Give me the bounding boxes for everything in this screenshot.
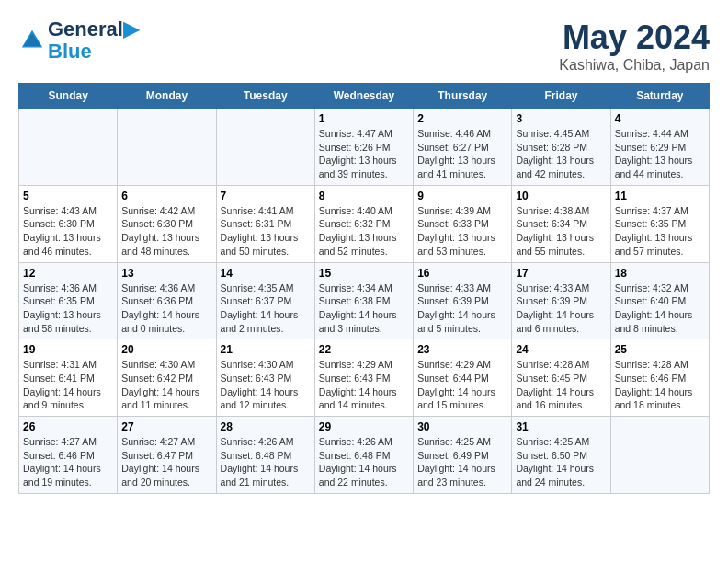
calendar-cell: 21Sunrise: 4:30 AMSunset: 6:43 PMDayligh…	[216, 339, 314, 417]
month-title: May 2024	[559, 18, 710, 57]
calendar-cell: 24Sunrise: 4:28 AMSunset: 6:45 PMDayligh…	[512, 339, 610, 417]
day-info: Sunrise: 4:28 AMSunset: 6:46 PMDaylight:…	[615, 358, 705, 412]
calendar-cell: 13Sunrise: 4:36 AMSunset: 6:36 PMDayligh…	[118, 262, 216, 339]
calendar-cell: 27Sunrise: 4:27 AMSunset: 6:47 PMDayligh…	[118, 417, 216, 494]
weekday-header: Wednesday	[314, 84, 413, 109]
calendar-cell: 26Sunrise: 4:27 AMSunset: 6:46 PMDayligh…	[19, 417, 118, 494]
page-header: General▶ Blue May 2024 Kashiwa, Chiba, J…	[18, 18, 710, 74]
day-number: 31	[516, 420, 606, 433]
day-info: Sunrise: 4:43 AMSunset: 6:30 PMDaylight:…	[23, 204, 113, 259]
logo: General▶ Blue	[18, 18, 139, 63]
day-number: 24	[516, 343, 606, 356]
calendar-cell	[19, 109, 118, 186]
day-number: 3	[516, 112, 606, 125]
day-info: Sunrise: 4:46 AMSunset: 6:27 PMDaylight:…	[417, 127, 507, 181]
day-info: Sunrise: 4:25 AMSunset: 6:49 PMDaylight:…	[417, 435, 507, 489]
calendar-week-row: 5Sunrise: 4:43 AMSunset: 6:30 PMDaylight…	[19, 185, 710, 262]
calendar-cell	[216, 109, 314, 186]
calendar-cell: 14Sunrise: 4:35 AMSunset: 6:37 PMDayligh…	[216, 262, 314, 339]
day-info: Sunrise: 4:45 AMSunset: 6:28 PMDaylight:…	[516, 127, 606, 181]
day-number: 20	[121, 343, 211, 356]
calendar-cell: 2Sunrise: 4:46 AMSunset: 6:27 PMDaylight…	[414, 109, 512, 186]
day-number: 6	[121, 190, 211, 202]
calendar-cell: 29Sunrise: 4:26 AMSunset: 6:48 PMDayligh…	[314, 417, 413, 494]
day-number: 13	[121, 267, 211, 280]
day-number: 28	[221, 420, 311, 433]
day-info: Sunrise: 4:27 AMSunset: 6:47 PMDaylight:…	[121, 435, 211, 489]
calendar-cell: 23Sunrise: 4:29 AMSunset: 6:44 PMDayligh…	[414, 339, 512, 417]
day-info: Sunrise: 4:44 AMSunset: 6:29 PMDaylight:…	[615, 127, 705, 181]
calendar-cell: 6Sunrise: 4:42 AMSunset: 6:30 PMDaylight…	[118, 185, 216, 262]
calendar-cell: 18Sunrise: 4:32 AMSunset: 6:40 PMDayligh…	[610, 262, 709, 339]
weekday-header: Sunday	[19, 84, 118, 109]
day-number: 8	[319, 190, 409, 202]
day-info: Sunrise: 4:36 AMSunset: 6:36 PMDaylight:…	[121, 282, 211, 336]
logo-text: General▶ Blue	[48, 18, 139, 63]
day-info: Sunrise: 4:34 AMSunset: 6:38 PMDaylight:…	[319, 282, 409, 336]
weekday-header: Friday	[512, 84, 610, 109]
day-number: 18	[615, 267, 705, 280]
calendar-body: 1Sunrise: 4:47 AMSunset: 6:26 PMDaylight…	[19, 109, 710, 494]
day-number: 9	[417, 190, 507, 202]
day-info: Sunrise: 4:38 AMSunset: 6:34 PMDaylight:…	[516, 204, 606, 259]
day-info: Sunrise: 4:26 AMSunset: 6:48 PMDaylight:…	[319, 435, 409, 489]
calendar-cell: 16Sunrise: 4:33 AMSunset: 6:39 PMDayligh…	[414, 262, 512, 339]
day-info: Sunrise: 4:37 AMSunset: 6:35 PMDaylight:…	[615, 204, 705, 259]
calendar-cell: 31Sunrise: 4:25 AMSunset: 6:50 PMDayligh…	[512, 417, 610, 494]
calendar-cell: 28Sunrise: 4:26 AMSunset: 6:48 PMDayligh…	[216, 417, 314, 494]
day-info: Sunrise: 4:33 AMSunset: 6:39 PMDaylight:…	[516, 282, 606, 336]
day-info: Sunrise: 4:42 AMSunset: 6:30 PMDaylight:…	[121, 204, 211, 259]
day-info: Sunrise: 4:40 AMSunset: 6:32 PMDaylight:…	[319, 204, 409, 259]
day-number: 15	[319, 267, 409, 280]
weekday-header: Monday	[118, 84, 216, 109]
calendar-cell: 1Sunrise: 4:47 AMSunset: 6:26 PMDaylight…	[314, 109, 413, 186]
day-info: Sunrise: 4:30 AMSunset: 6:43 PMDaylight:…	[221, 358, 311, 412]
calendar-cell: 12Sunrise: 4:36 AMSunset: 6:35 PMDayligh…	[19, 262, 118, 339]
calendar-week-row: 1Sunrise: 4:47 AMSunset: 6:26 PMDaylight…	[19, 109, 710, 186]
day-number: 30	[417, 420, 507, 433]
calendar-header: SundayMondayTuesdayWednesdayThursdayFrid…	[19, 84, 710, 109]
calendar-cell: 5Sunrise: 4:43 AMSunset: 6:30 PMDaylight…	[19, 185, 118, 262]
day-number: 29	[319, 420, 409, 433]
weekday-header: Tuesday	[216, 84, 314, 109]
calendar-cell: 17Sunrise: 4:33 AMSunset: 6:39 PMDayligh…	[512, 262, 610, 339]
calendar-cell: 20Sunrise: 4:30 AMSunset: 6:42 PMDayligh…	[118, 339, 216, 417]
day-info: Sunrise: 4:26 AMSunset: 6:48 PMDaylight:…	[221, 435, 311, 489]
calendar-cell: 22Sunrise: 4:29 AMSunset: 6:43 PMDayligh…	[314, 339, 413, 417]
day-number: 21	[221, 343, 311, 356]
day-number: 1	[319, 112, 409, 125]
day-number: 11	[615, 190, 705, 202]
calendar-cell	[118, 109, 216, 186]
day-info: Sunrise: 4:35 AMSunset: 6:37 PMDaylight:…	[221, 282, 311, 336]
day-number: 19	[23, 343, 113, 356]
calendar-cell: 11Sunrise: 4:37 AMSunset: 6:35 PMDayligh…	[610, 185, 709, 262]
title-block: May 2024 Kashiwa, Chiba, Japan	[559, 18, 710, 74]
day-number: 27	[121, 420, 211, 433]
day-info: Sunrise: 4:29 AMSunset: 6:43 PMDaylight:…	[319, 358, 409, 412]
calendar-cell: 25Sunrise: 4:28 AMSunset: 6:46 PMDayligh…	[610, 339, 709, 417]
location-subtitle: Kashiwa, Chiba, Japan	[559, 57, 710, 74]
calendar-cell	[610, 417, 709, 494]
calendar-week-row: 12Sunrise: 4:36 AMSunset: 6:35 PMDayligh…	[19, 262, 710, 339]
day-info: Sunrise: 4:31 AMSunset: 6:41 PMDaylight:…	[23, 358, 113, 412]
calendar-cell: 30Sunrise: 4:25 AMSunset: 6:49 PMDayligh…	[414, 417, 512, 494]
day-info: Sunrise: 4:29 AMSunset: 6:44 PMDaylight:…	[417, 358, 507, 412]
day-number: 7	[221, 190, 311, 202]
day-info: Sunrise: 4:27 AMSunset: 6:46 PMDaylight:…	[23, 435, 113, 489]
calendar-cell: 9Sunrise: 4:39 AMSunset: 6:33 PMDaylight…	[414, 185, 512, 262]
logo-icon	[18, 27, 46, 54]
day-number: 5	[23, 190, 113, 202]
calendar-cell: 4Sunrise: 4:44 AMSunset: 6:29 PMDaylight…	[610, 109, 709, 186]
day-number: 2	[417, 112, 507, 125]
day-info: Sunrise: 4:32 AMSunset: 6:40 PMDaylight:…	[615, 282, 705, 336]
day-number: 17	[516, 267, 606, 280]
day-info: Sunrise: 4:28 AMSunset: 6:45 PMDaylight:…	[516, 358, 606, 412]
day-number: 26	[23, 420, 113, 433]
calendar-cell: 10Sunrise: 4:38 AMSunset: 6:34 PMDayligh…	[512, 185, 610, 262]
weekday-header: Saturday	[610, 84, 709, 109]
day-info: Sunrise: 4:33 AMSunset: 6:39 PMDaylight:…	[417, 282, 507, 336]
day-number: 10	[516, 190, 606, 202]
day-number: 22	[319, 343, 409, 356]
day-number: 4	[615, 112, 705, 125]
day-number: 14	[221, 267, 311, 280]
